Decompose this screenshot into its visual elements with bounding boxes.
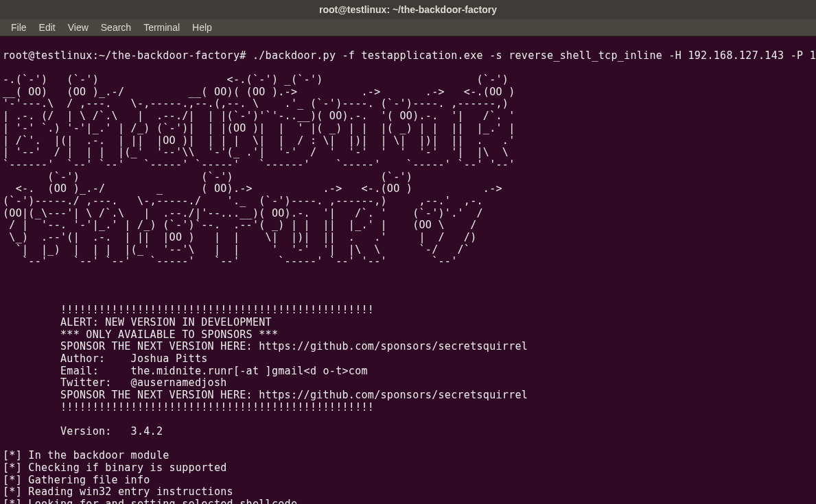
menu-view[interactable]: View [62, 20, 94, 35]
menu-terminal[interactable]: Terminal [138, 20, 185, 35]
command-line: root@testlinux:~/the-backdoor-factory# .… [3, 50, 813, 62]
menu-help[interactable]: Help [187, 20, 218, 35]
program-info: !!!!!!!!!!!!!!!!!!!!!!!!!!!!!!!!!!!!!!!!… [3, 304, 813, 438]
menubar: File Edit View Search Terminal Help [0, 19, 816, 36]
terminal-output[interactable]: root@testlinux:~/the-backdoor-factory# .… [0, 36, 816, 504]
menu-edit[interactable]: Edit [34, 20, 61, 35]
menu-search[interactable]: Search [95, 20, 137, 35]
blank-line [3, 280, 813, 293]
window-titlebar: root@testlinux: ~/the-backdoor-factory [0, 0, 816, 19]
status-output: [*] In the backdoor module [*] Checking … [3, 450, 813, 504]
command-text: ./backdoor.py -f testapplication.exe -s … [253, 50, 816, 62]
shell-prompt: root@testlinux:~/the-backdoor-factory# [3, 50, 253, 62]
menu-file[interactable]: File [5, 20, 32, 35]
ascii-banner: -.(`-') (`-') <-.(`-') _(`-') (`-') __( … [3, 74, 813, 268]
window-title: root@testlinux: ~/the-backdoor-factory [319, 4, 497, 15]
